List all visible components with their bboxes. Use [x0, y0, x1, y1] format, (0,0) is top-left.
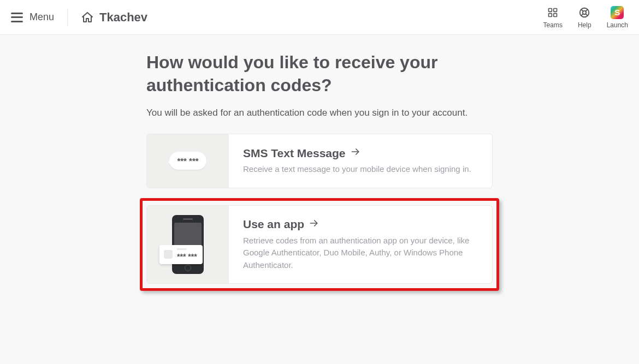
svg-rect-2 — [549, 13, 552, 16]
header-left: Menu Tkachev — [11, 8, 147, 27]
svg-line-9 — [586, 14, 588, 16]
svg-line-7 — [586, 9, 588, 11]
svg-rect-0 — [549, 8, 552, 11]
hamburger-icon — [11, 13, 23, 22]
option-sms-title-row: SMS Text Message — [243, 146, 478, 160]
arrow-right-icon — [350, 146, 361, 160]
page-subtitle: You will be asked for an authentication … — [146, 108, 493, 118]
page-title: How would you like to receive your authe… — [146, 51, 493, 97]
nav-launch-label: Launch — [607, 21, 628, 29]
grid-icon — [547, 6, 558, 19]
content: How would you like to receive your authe… — [146, 51, 493, 291]
svg-rect-1 — [554, 8, 557, 11]
option-sms-desc: Receive a text message to your mobile de… — [243, 163, 478, 176]
svg-line-8 — [581, 14, 583, 16]
header-right: Teams Help S Launch — [543, 6, 628, 29]
option-sms[interactable]: *** *** SMS Text Message Receive a text … — [146, 134, 493, 188]
phone-icon — [172, 215, 204, 274]
option-app-title-row: Use an app — [243, 218, 478, 231]
nav-launch[interactable]: S Launch — [607, 6, 628, 29]
menu-label: Menu — [29, 11, 54, 23]
option-sms-text: SMS Text Message Receive a text message … — [229, 134, 492, 188]
nav-help[interactable]: Help — [578, 6, 591, 29]
team-name: Tkachev — [99, 10, 147, 25]
main-area: How would you like to receive your authe… — [0, 35, 639, 291]
nav-help-label: Help — [578, 21, 591, 29]
svg-line-6 — [581, 9, 583, 11]
option-app-title: Use an app — [243, 218, 304, 231]
home-icon — [81, 11, 94, 24]
svg-rect-3 — [554, 13, 557, 16]
code-bubble-text: *** *** — [177, 252, 197, 261]
option-app-text: Use an app Retrieve codes from an authen… — [229, 206, 492, 284]
option-sms-illustration: *** *** — [147, 134, 229, 188]
team-button[interactable]: Tkachev — [81, 10, 147, 25]
nav-teams[interactable]: Teams — [543, 6, 563, 29]
option-app-desc: Retrieve codes from an authentication ap… — [243, 235, 478, 272]
arrow-right-icon — [309, 218, 319, 231]
header-bar: Menu Tkachev Teams — [0, 0, 639, 35]
help-icon — [578, 6, 590, 19]
slack-icon: S — [611, 6, 624, 19]
option-app-illustration: *** *** — [147, 206, 229, 284]
nav-teams-label: Teams — [543, 21, 563, 29]
code-bubble-icon: *** *** — [159, 245, 203, 264]
option-app[interactable]: *** *** Use an app Retriev — [146, 205, 493, 284]
menu-button[interactable]: Menu — [11, 11, 54, 23]
header-divider — [67, 8, 68, 27]
highlight-annotation: *** *** Use an app Retriev — [140, 198, 499, 291]
svg-point-5 — [583, 10, 586, 14]
option-sms-title: SMS Text Message — [243, 147, 346, 160]
sms-bubble-icon: *** *** — [169, 152, 206, 170]
